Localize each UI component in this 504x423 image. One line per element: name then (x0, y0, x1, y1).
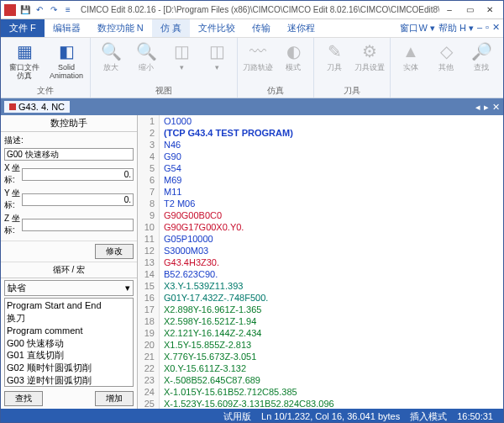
zoom-out-button[interactable]: 🔍缩小 (131, 40, 161, 72)
file-tab[interactable]: G43. 4. NC (4, 101, 70, 113)
code-line[interactable]: 15X3.Y-1.539Z11.393 (138, 280, 503, 292)
list-item[interactable]: G03 逆时针圆弧切削 (7, 374, 131, 387)
line-number: 1 (138, 115, 160, 127)
menu-mini[interactable]: 迷你程 (279, 19, 323, 37)
maximize-button[interactable]: ▭ (459, 3, 480, 18)
window-title: CIMCO Edit 8.02.16 - [D:\Program Files (… (81, 5, 439, 14)
code-text: T2 M06 (160, 198, 195, 209)
inner-min-icon[interactable]: – (477, 22, 482, 34)
code-line[interactable]: 9G90G00B0C0 (138, 209, 503, 221)
tool-settings-button[interactable]: ⚙刀具设置 (354, 40, 385, 72)
code-line[interactable]: 12S3000M03 (138, 245, 503, 256)
modify-button[interactable]: 修改 (95, 244, 134, 259)
minimize-button[interactable]: – (439, 3, 459, 18)
code-line[interactable]: 18X2.598Y-16.521Z-1.94 (138, 315, 503, 327)
code-line[interactable]: 19X2.121Y-16.144Z-2.434 (138, 327, 503, 339)
line-number: 11 (138, 233, 160, 245)
code-line[interactable]: 1O1000 (138, 115, 503, 127)
code-line[interactable]: 16G01Y-17.432Z-.748F500. (138, 292, 503, 304)
menu-window[interactable]: 窗口W ▾ (400, 22, 434, 34)
code-line[interactable]: 5G54 (138, 162, 503, 174)
code-editor[interactable]: 1O10002(TCP G43.4 TEST PROGRAM)3N464G905… (138, 115, 503, 409)
qat-undo-icon[interactable]: ↶ (34, 4, 45, 16)
code-line[interactable]: 3N46 (138, 139, 503, 151)
code-line[interactable]: 24X-1.015Y-15.61B52.712C85.385 (138, 386, 503, 398)
desc-input[interactable] (4, 148, 134, 161)
zoom-in-button[interactable]: 🔍放大 (96, 40, 126, 72)
view-extra-button[interactable]: ◫▾ (166, 40, 197, 72)
qat-more-icon[interactable]: ≡ (62, 4, 74, 16)
qat-save-icon[interactable]: 💾 (19, 4, 31, 16)
add-button[interactable]: 增加 (95, 391, 134, 406)
code-line[interactable]: 4G90 (138, 151, 503, 162)
tab-nav-left-icon[interactable]: ◂ (475, 102, 480, 113)
menu-editor[interactable]: 编辑器 (45, 19, 89, 37)
find-button-side[interactable]: 查找 (4, 391, 43, 406)
list-item[interactable]: G00 快速移动 (7, 337, 131, 350)
menu-help[interactable]: 帮助 H ▾ (438, 22, 474, 34)
group-view-label: 视图 (96, 84, 232, 98)
view-extra2-button[interactable]: ◫▾ (202, 40, 232, 72)
code-text: X2.898Y-16.961Z-1.365 (160, 304, 261, 315)
line-number: 21 (138, 351, 160, 362)
menu-sim[interactable]: 仿 真 (152, 19, 190, 37)
code-line[interactable]: 14B52.623C90. (138, 268, 503, 280)
list-item[interactable]: Program Start and End (7, 299, 131, 312)
code-line[interactable]: 23X-.508B52.645C87.689 (138, 374, 503, 386)
list-item[interactable]: Program comment (7, 325, 131, 337)
code-line[interactable]: 21X.776Y-15.673Z-3.051 (138, 351, 503, 362)
code-line[interactable]: 2(TCP G43.4 TEST PROGRAM) (138, 127, 503, 139)
code-line[interactable]: 8T2 M06 (138, 198, 503, 209)
toolpath-button[interactable]: 〰刀路轨迹 (243, 40, 273, 72)
list-item[interactable]: 换刀 (7, 312, 131, 325)
y-input[interactable] (22, 193, 134, 206)
inner-close-icon[interactable]: ✕ (492, 22, 500, 34)
code-line[interactable]: 7M11 (138, 186, 503, 198)
line-number: 17 (138, 304, 160, 315)
solid-button[interactable]: ▲实体 (396, 40, 426, 72)
code-line[interactable]: 11G05P10000 (138, 233, 503, 245)
solid-anim-button[interactable]: ◧Solid Animation (48, 40, 85, 81)
mode-button[interactable]: ◐模式 (278, 40, 308, 72)
window-sim-icon: ▦ (13, 40, 36, 63)
menu-file[interactable]: 文件 F (1, 19, 45, 37)
grid-icon: ◫ (170, 40, 193, 63)
tab-close-icon[interactable]: ✕ (492, 102, 500, 113)
other-button[interactable]: ◇其他 (431, 40, 461, 72)
tab-nav-right-icon[interactable]: ▸ (484, 102, 489, 113)
file-tab-label: G43. 4. NC (18, 102, 65, 112)
close-button[interactable]: ✕ (480, 3, 500, 18)
z-input[interactable] (22, 219, 134, 231)
code-text: O1000 (160, 115, 192, 127)
code-line[interactable]: 20X1.5Y-15.855Z-2.813 (138, 339, 503, 351)
code-text: (TCP G43.4 TEST PROGRAM) (160, 127, 293, 139)
group-tool-label: 刀具 (319, 84, 385, 98)
menu-transfer[interactable]: 传输 (244, 19, 279, 37)
file-tab-icon (9, 103, 16, 110)
status-mode: 插入模式 (405, 410, 452, 423)
code-line[interactable]: 22X0.Y-15.611Z-3.132 (138, 362, 503, 374)
code-line[interactable]: 17X2.898Y-16.961Z-1.365 (138, 304, 503, 315)
line-number: 6 (138, 174, 160, 186)
inner-max-icon[interactable]: ▫ (486, 22, 489, 34)
code-line[interactable]: 13G43.4H3Z30. (138, 256, 503, 268)
macro-list[interactable]: Program Start and End 换刀 Program comment… (4, 298, 134, 387)
code-text: X0.Y-15.611Z-3.132 (160, 362, 246, 374)
list-item[interactable]: G02 顺时针圆弧切削 (7, 362, 131, 374)
menu-nc[interactable]: 数控功能 N (89, 19, 152, 37)
tool-button[interactable]: ✎刀具 (319, 40, 349, 72)
code-line[interactable]: 25X-1.523Y-15.609Z-3.131B52.824C83.096 (138, 398, 503, 409)
desc-label: 描述: (4, 135, 134, 146)
code-line[interactable]: 6M69 (138, 174, 503, 186)
menu-compare[interactable]: 文件比较 (190, 19, 244, 37)
default-combo[interactable]: 缺省▾ (4, 280, 134, 296)
window-sim-button[interactable]: ▦窗口文件仿真 (6, 40, 43, 81)
line-number: 5 (138, 162, 160, 174)
z-label: Z 坐标: (4, 213, 22, 236)
qat-redo-icon[interactable]: ↷ (48, 4, 60, 16)
find-button[interactable]: 🔎查找 (466, 40, 496, 72)
code-line[interactable]: 10G90G17G00X0.Y0. (138, 221, 503, 233)
list-item[interactable]: G01 直线切削 (7, 349, 131, 362)
x-input[interactable] (22, 168, 134, 181)
line-number: 19 (138, 327, 160, 339)
